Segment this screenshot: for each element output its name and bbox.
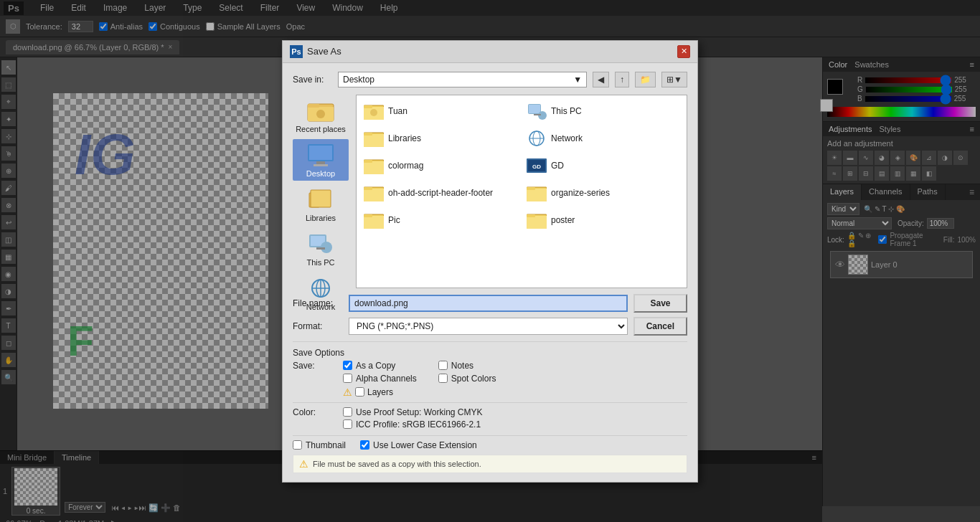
modal-title-left: Ps Save As	[290, 45, 341, 58]
modal-close-button[interactable]: ✕	[677, 45, 690, 58]
file-item-colormag[interactable]: colormag	[359, 153, 521, 179]
nav-up-button[interactable]: ↑	[615, 72, 629, 87]
modal-body: Save in: Desktop ▼ ◀ ↑ 📁 ⊞▼	[283, 63, 697, 482]
save-in-value: Desktop	[343, 75, 374, 85]
save-options-title: Save Options	[293, 348, 344, 358]
modal-titlebar: Ps Save As ✕	[283, 41, 697, 63]
as-a-copy-checkbox[interactable]	[343, 361, 352, 370]
warning-bar-icon: ⚠	[299, 458, 308, 470]
file-item-pic[interactable]: Pic	[359, 207, 521, 233]
poster-icon	[527, 210, 547, 230]
file-name-label: File name:	[293, 298, 343, 308]
svg-rect-5	[309, 146, 332, 160]
colormag-icon	[364, 156, 384, 176]
alpha-channels-label: Alpha Channels	[356, 374, 417, 384]
network-icon	[306, 275, 335, 301]
gd-icon: GD	[527, 156, 547, 176]
file-item-oh-add[interactable]: oh-add-script-header-footer	[359, 180, 521, 206]
file-item-tuan[interactable]: Tuan	[359, 98, 521, 124]
oh-add-icon	[364, 183, 384, 203]
pic-icon	[364, 210, 384, 230]
this-pc-icon	[306, 231, 335, 257]
svg-point-21	[370, 109, 377, 116]
thumbnail-row: Thumbnail	[293, 440, 346, 450]
use-proof-setup-checkbox[interactable]	[343, 407, 352, 417]
network-file-icon	[527, 128, 547, 148]
poster-name: poster	[551, 215, 575, 225]
format-select[interactable]: PNG (*.PNG;*.PNS)	[349, 318, 628, 335]
notes-row: Notes	[438, 361, 512, 371]
nav-back-button[interactable]: ◀	[593, 72, 609, 87]
recent-places-label: Recent places	[296, 125, 346, 133]
svg-rect-43	[527, 187, 535, 190]
svg-point-2	[316, 110, 325, 118]
sidebar-desktop[interactable]: Desktop	[293, 139, 349, 181]
file-sidebar: Recent places Desktop Libraries	[293, 95, 349, 288]
svg-text:GD: GD	[532, 163, 541, 170]
thumbnail-checkbox[interactable]	[293, 440, 302, 450]
svg-rect-42	[527, 189, 547, 201]
cancel-button[interactable]: Cancel	[633, 317, 687, 336]
desktop-label: Desktop	[306, 169, 335, 178]
save-options: Save Options Save: As a Copy Notes	[293, 341, 687, 398]
as-a-copy-label: As a Copy	[356, 361, 395, 371]
network-file-name: Network	[551, 133, 583, 143]
tuan-name: Tuan	[388, 106, 407, 116]
use-lower-case-row: Use Lower Case Extension	[360, 440, 477, 450]
svg-rect-9	[311, 190, 331, 207]
nav-view-button[interactable]: ⊞▼	[661, 72, 687, 87]
spot-colors-label: Spot Colors	[451, 374, 496, 384]
svg-rect-27	[364, 134, 384, 147]
file-name-input[interactable]	[349, 295, 628, 312]
file-item-organize-series[interactable]: organize-series	[522, 180, 684, 206]
file-item-this-pc[interactable]: This PC	[522, 98, 684, 124]
file-item-gd[interactable]: GD GD	[522, 153, 684, 179]
svg-rect-48	[527, 216, 547, 229]
gd-name: GD	[551, 161, 564, 171]
notes-checkbox[interactable]	[438, 361, 448, 370]
this-pc-label: This PC	[306, 258, 334, 267]
save-in-row: Save in: Desktop ▼ ◀ ↑ 📁 ⊞▼	[293, 72, 687, 87]
notes-label: Notes	[451, 361, 473, 371]
file-item-libraries[interactable]: Libraries	[359, 125, 521, 151]
save-label: Save:	[293, 361, 343, 398]
save-in-dropdown-icon: ▼	[573, 75, 582, 85]
this-pc-file-name: This PC	[551, 106, 582, 116]
svg-rect-39	[364, 189, 384, 201]
icc-profile-row: ICC Profile: sRGB IEC61966-2.1	[343, 419, 483, 430]
warning-bar: ⚠ File must be saved as a copy with this…	[293, 455, 687, 473]
recent-places-icon	[306, 98, 335, 123]
svg-rect-25	[534, 114, 541, 115]
layers-label: Layers	[367, 387, 393, 397]
svg-rect-34	[364, 160, 372, 163]
sidebar-libraries[interactable]: Libraries	[293, 184, 349, 225]
use-proof-setup-label: Use Proof Setup: Working CMYK	[356, 407, 483, 417]
svg-rect-49	[527, 214, 535, 217]
spot-colors-checkbox[interactable]	[438, 374, 448, 383]
file-item-network[interactable]: Network	[522, 125, 684, 151]
layers-checkbox[interactable]	[355, 387, 364, 397]
libraries-icon	[306, 186, 335, 212]
use-lower-case-checkbox[interactable]	[360, 440, 369, 450]
sidebar-recent-places[interactable]: Recent places	[293, 95, 349, 136]
modal-ps-icon: Ps	[290, 45, 303, 58]
save-in-label: Save in:	[293, 75, 332, 85]
file-grid-container[interactable]: Tuan This PC	[356, 95, 687, 288]
save-in-select[interactable]: Desktop ▼	[338, 72, 587, 87]
modal-overlay: Ps Save As ✕ Save in: Desktop ▼ ◀ ↑ 📁 ⊞▼	[0, 0, 980, 522]
as-a-copy-row: As a Copy	[343, 361, 417, 371]
svg-rect-6	[316, 161, 325, 164]
file-item-poster[interactable]: poster	[522, 207, 684, 233]
warning-bar-text: File must be saved as a copy with this s…	[313, 460, 481, 468]
sidebar-this-pc[interactable]: This PC	[293, 228, 349, 270]
layers-warning-row: ⚠ Layers	[343, 386, 512, 398]
spot-colors-row: Spot Colors	[438, 374, 512, 384]
bottom-checkboxes: Thumbnail Use Lower Case Extension	[293, 435, 687, 450]
nav-new-folder-button[interactable]: 📁	[635, 72, 656, 87]
svg-rect-3	[308, 104, 319, 108]
organize-series-icon	[527, 183, 547, 203]
svg-rect-23	[529, 105, 540, 113]
alpha-channels-checkbox[interactable]	[343, 374, 352, 383]
save-button[interactable]: Save	[633, 294, 687, 313]
icc-profile-checkbox[interactable]	[343, 419, 352, 429]
